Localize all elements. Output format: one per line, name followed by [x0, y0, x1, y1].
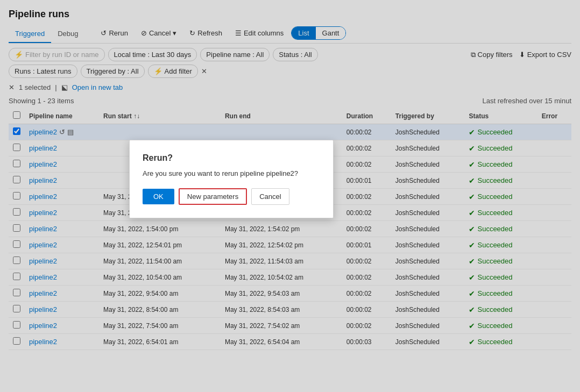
modal-new-params-button[interactable]: New parameters: [179, 188, 247, 205]
modal-actions: OK New parameters Cancel: [143, 188, 320, 205]
modal-title: Rerun?: [143, 153, 320, 163]
modal-cancel-button[interactable]: Cancel: [251, 188, 289, 205]
page-container: Pipeline runs Triggered Debug ↺ Rerun ⊘ …: [0, 0, 580, 392]
rerun-modal: Rerun? Are you sure you want to rerun pi…: [129, 140, 334, 218]
modal-body: Are you sure you want to rerun pipeline …: [143, 169, 320, 177]
modal-overlay: Rerun? Are you sure you want to rerun pi…: [0, 0, 580, 392]
modal-ok-button[interactable]: OK: [143, 189, 174, 204]
